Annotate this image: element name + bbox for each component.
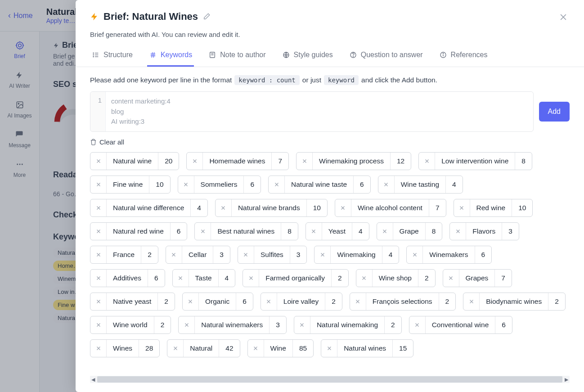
keyword-count[interactable]: 2 <box>418 270 435 287</box>
keyword-count[interactable]: 85 <box>292 340 313 357</box>
remove-keyword-icon[interactable] <box>261 293 277 310</box>
keyword-label: Wine alcohol content <box>351 199 429 216</box>
keyword-count[interactable]: 28 <box>139 340 159 357</box>
remove-keyword-icon[interactable] <box>90 270 107 287</box>
edit-icon[interactable] <box>202 13 211 21</box>
remove-keyword-icon[interactable] <box>183 293 199 310</box>
keyword-count[interactable]: 2 <box>154 316 171 333</box>
remove-keyword-icon[interactable] <box>321 340 337 357</box>
keyword-count[interactable]: 2 <box>439 293 456 310</box>
keyword-count[interactable]: 6 <box>170 223 187 240</box>
close-icon[interactable] <box>557 11 570 23</box>
remove-keyword-icon[interactable] <box>454 199 470 216</box>
remove-keyword-icon[interactable] <box>350 293 366 310</box>
remove-keyword-icon[interactable] <box>450 223 466 240</box>
keyword-count[interactable]: 10 <box>149 176 170 193</box>
keyword-count[interactable]: 15 <box>392 340 413 357</box>
remove-keyword-icon[interactable] <box>90 293 107 310</box>
keyword-count[interactable]: 2 <box>325 293 342 310</box>
keyword-count[interactable]: 2 <box>331 270 348 287</box>
tab-keywords[interactable]: Keywords <box>147 46 194 67</box>
keyword-editor[interactable]: 1 content marketing:4 blog AI writing:3 <box>90 91 534 132</box>
remove-keyword-icon[interactable] <box>238 246 254 263</box>
keyword-count[interactable]: 42 <box>219 340 239 357</box>
remove-keyword-icon[interactable] <box>90 199 107 216</box>
remove-keyword-icon[interactable] <box>407 246 423 263</box>
remove-keyword-icon[interactable] <box>296 153 313 170</box>
keyword-count[interactable]: 20 <box>158 153 179 170</box>
tab-structure[interactable]: Structure <box>90 46 135 67</box>
keyword-count[interactable]: 6 <box>475 246 492 263</box>
remove-keyword-icon[interactable] <box>90 316 107 333</box>
keyword-count[interactable]: 4 <box>190 199 207 216</box>
keyword-chip: Farmed organically2 <box>243 269 348 287</box>
keyword-count[interactable]: 6 <box>495 316 512 333</box>
remove-keyword-icon[interactable] <box>378 176 395 193</box>
scroll-left-icon[interactable]: ◀ <box>90 377 96 383</box>
remove-keyword-icon[interactable] <box>187 153 203 170</box>
keyword-count[interactable]: 4 <box>352 223 369 240</box>
keyword-count[interactable]: 7 <box>271 153 288 170</box>
remove-keyword-icon[interactable] <box>90 153 107 170</box>
remove-keyword-icon[interactable] <box>90 176 107 193</box>
keyword-chip: Organic6 <box>182 293 253 311</box>
keyword-count[interactable]: 3 <box>502 223 519 240</box>
remove-keyword-icon[interactable] <box>216 199 232 216</box>
remove-keyword-icon[interactable] <box>335 199 351 216</box>
remove-keyword-icon[interactable] <box>179 316 195 333</box>
keyword-count[interactable]: 7 <box>429 199 446 216</box>
scroll-right-icon[interactable]: ▶ <box>563 377 570 383</box>
remove-keyword-icon[interactable] <box>269 176 285 193</box>
keyword-count[interactable]: 2 <box>384 316 401 333</box>
remove-keyword-icon[interactable] <box>314 246 331 263</box>
remove-keyword-icon[interactable] <box>178 176 194 193</box>
keyword-count[interactable]: 8 <box>281 223 298 240</box>
remove-keyword-icon[interactable] <box>248 340 264 357</box>
remove-keyword-icon[interactable] <box>377 223 393 240</box>
tab-style[interactable]: Style guides <box>280 46 335 67</box>
scrollbar-thumb[interactable] <box>97 376 562 383</box>
keyword-count[interactable]: 2 <box>141 246 158 263</box>
remove-keyword-icon[interactable] <box>195 223 211 240</box>
keyword-count[interactable]: 3 <box>213 246 230 263</box>
remove-keyword-icon[interactable] <box>463 293 480 310</box>
keyword-count[interactable]: 10 <box>306 199 327 216</box>
remove-keyword-icon[interactable] <box>409 316 426 333</box>
tab-references[interactable]: References <box>437 46 490 67</box>
keyword-count[interactable]: 6 <box>243 176 261 193</box>
keyword-count[interactable]: 8 <box>425 223 442 240</box>
horizontal-scrollbar[interactable]: ◀ ▶ <box>90 376 570 383</box>
keyword-count[interactable]: 6 <box>236 293 253 310</box>
keyword-chip: Wines28 <box>90 339 160 357</box>
tab-note[interactable]: Note to author <box>207 46 267 67</box>
keyword-count[interactable]: 8 <box>515 153 532 170</box>
add-button[interactable]: Add <box>539 102 570 122</box>
keyword-count[interactable]: 3 <box>290 246 307 263</box>
remove-keyword-icon[interactable] <box>356 270 373 287</box>
remove-keyword-icon[interactable] <box>166 246 182 263</box>
keyword-count[interactable]: 4 <box>445 176 463 193</box>
editor-textarea[interactable]: content marketing:4 blog AI writing:3 <box>106 92 533 131</box>
remove-keyword-icon[interactable] <box>294 316 310 333</box>
clear-all-button[interactable]: Clear all <box>90 138 570 146</box>
keyword-count[interactable]: 2 <box>548 293 565 310</box>
remove-keyword-icon[interactable] <box>306 223 322 240</box>
keyword-count[interactable]: 12 <box>390 153 411 170</box>
remove-keyword-icon[interactable] <box>443 270 459 287</box>
keyword-count[interactable]: 2 <box>157 293 175 310</box>
tab-question[interactable]: Question to answer <box>347 46 425 67</box>
keyword-count[interactable]: 4 <box>382 246 399 263</box>
keyword-count[interactable]: 3 <box>269 316 286 333</box>
remove-keyword-icon[interactable] <box>90 246 107 263</box>
keyword-count[interactable]: 10 <box>512 199 532 216</box>
keyword-count[interactable]: 7 <box>494 270 512 287</box>
keyword-count[interactable]: 6 <box>353 176 370 193</box>
keyword-count[interactable]: 4 <box>218 270 235 287</box>
remove-keyword-icon[interactable] <box>90 223 107 240</box>
remove-keyword-icon[interactable] <box>90 340 107 357</box>
remove-keyword-icon[interactable] <box>173 270 189 287</box>
remove-keyword-icon[interactable] <box>243 270 259 287</box>
keyword-count[interactable]: 6 <box>148 270 165 287</box>
remove-keyword-icon[interactable] <box>167 340 184 357</box>
remove-keyword-icon[interactable] <box>419 153 435 170</box>
